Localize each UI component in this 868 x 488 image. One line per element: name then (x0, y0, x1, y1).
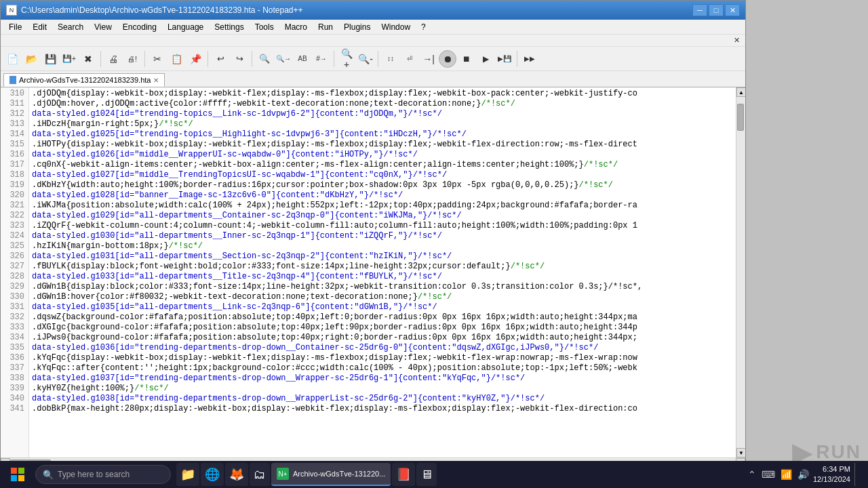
toolbar-paste[interactable]: 📌 (186, 50, 204, 68)
start-button[interactable] (3, 464, 33, 485)
taskbar-item-edge[interactable]: 🌐 (201, 463, 224, 486)
code-line: data-styled.g1029[id="all-departments__C… (32, 211, 733, 221)
toolbar-sync-scroll[interactable]: ↕↕ (382, 50, 399, 68)
toolbar-save-all[interactable]: 💾+ (60, 50, 78, 68)
code-content[interactable]: .djODQm{display:-webkit-box;display:-web… (29, 87, 736, 458)
taskbar-item-notepadpp[interactable]: N+ Archivo-wGdsTve-131220... (271, 463, 391, 486)
close-button[interactable]: ✕ (725, 4, 740, 16)
toolbar-print[interactable]: 🖨 (104, 50, 122, 68)
code-line: .djODQm{display:-webkit-box;display:-web… (32, 89, 733, 99)
toolbar-zoom-out[interactable]: 🔍- (357, 50, 374, 68)
line-number: 328 (3, 272, 24, 282)
scrollbar-down-button[interactable]: ▼ (736, 448, 745, 458)
line-number: 341 (3, 404, 24, 414)
toolbar-run-macro[interactable]: ▶▶ (521, 50, 538, 68)
taskbar-clock[interactable]: 6:34 PM 12/13/2024 (813, 464, 850, 485)
toolbar-open[interactable]: 📂 (22, 50, 40, 68)
toolbar-new[interactable]: 📄 (3, 50, 21, 68)
toolbar-find[interactable]: 🔍 (256, 50, 273, 68)
show-desktop-button[interactable] (854, 463, 860, 486)
tab-file-icon (9, 76, 16, 84)
menu-bar: File Edit Search View Encoding Language … (1, 20, 745, 35)
svg-rect-3 (18, 475, 24, 481)
code-line: .iJPws0{background-color:#fafafa;positio… (32, 333, 733, 343)
code-line: data-styled.g1033[id="all-departments__T… (32, 272, 733, 282)
toolbar-macro-save[interactable]: ▶💾 (496, 50, 513, 68)
toolbar-print-now[interactable]: 🖨! (123, 50, 141, 68)
taskbar-item-explorer[interactable]: 📁 (176, 463, 199, 486)
toolbar-indent[interactable]: →| (420, 50, 437, 68)
vertical-scrollbar[interactable]: ▲ ▼ (736, 87, 745, 458)
toolbar: 📄 📂 💾 💾+ ✖ 🖨 🖨! ✂ 📋 📌 ↩ ↪ 🔍 🔍→ AB #→ 🔍+ … (1, 47, 745, 71)
taskbar-item-extra1[interactable]: 🖥 (416, 463, 437, 486)
tray-volume-icon[interactable]: 🔊 (797, 469, 809, 480)
toolbar-macro-stop[interactable]: ⏹ (458, 50, 475, 68)
toolbar-word-wrap[interactable]: ⏎ (401, 50, 418, 68)
menu-settings[interactable]: Settings (209, 21, 249, 33)
taskbar-tray: ⌃ ⌨ 📶 🔊 6:34 PM 12/13/2024 (743, 463, 865, 486)
taskbar-items: 📁 🌐 🦊 🗂 N+ Archivo-wGdsTve-131220... 📕 🖥 (174, 463, 740, 486)
tray-keyboard-icon[interactable]: ⌨ (762, 469, 775, 480)
menu-search[interactable]: Search (52, 21, 89, 33)
code-line: data-styled.g1036[id="trending-departmen… (32, 343, 733, 353)
menu-encoding[interactable]: Encoding (117, 21, 162, 33)
taskbar: 🔍 Type here to search 📁 🌐 🦊 🗂 N+ Archivo… (0, 461, 868, 488)
active-tab[interactable]: Archivo-wGdsTve-13122024183239.hta ✕ (3, 73, 165, 87)
toolbar-macro-play[interactable]: ▶ (477, 50, 494, 68)
scrollbar-track[interactable] (736, 97, 745, 448)
toolbar-replace[interactable]: AB (294, 50, 311, 68)
menu-language[interactable]: Language (162, 21, 209, 33)
tab-close-button[interactable]: ✕ (153, 77, 159, 84)
taskbar-item-files[interactable]: 🗂 (250, 463, 270, 486)
taskbar-item-firefox[interactable]: 🦊 (225, 463, 248, 486)
line-number: 339 (3, 384, 24, 394)
code-line: .dKbHzY{width:auto;height:100%;border-ra… (32, 180, 733, 190)
toolbar-sep-5 (334, 51, 334, 67)
secondary-close-button[interactable]: ✕ (731, 36, 743, 45)
toolbar-close[interactable]: ✖ (79, 50, 97, 68)
edge-icon: 🌐 (205, 467, 220, 482)
menu-macro[interactable]: Macro (279, 21, 313, 33)
menu-view[interactable]: View (89, 21, 117, 33)
menu-window[interactable]: Window (376, 21, 416, 33)
code-line: .kYqFqc{display:-webkit-box;display:-web… (32, 353, 733, 363)
toolbar-copy[interactable]: 📋 (167, 50, 185, 68)
code-line: data-styled.g1024[id="trending-topics__L… (32, 109, 733, 119)
menu-help[interactable]: ? (416, 21, 431, 33)
menu-edit[interactable]: Edit (27, 21, 52, 33)
toolbar-sep-3 (208, 51, 208, 67)
toolbar-find-next[interactable]: 🔍→ (275, 50, 292, 68)
scrollbar-thumb[interactable] (737, 104, 744, 131)
menu-tools[interactable]: Tools (250, 21, 279, 33)
line-number: 338 (3, 373, 24, 384)
line-number: 330 (3, 292, 24, 302)
toolbar-sep-2 (144, 51, 145, 67)
taskbar-item-adobe[interactable]: 📕 (392, 463, 415, 486)
maximize-button[interactable]: □ (709, 4, 724, 16)
line-number: 320 (3, 190, 24, 201)
scrollbar-up-button[interactable]: ▲ (736, 87, 745, 97)
code-line: .dGWn1B{display:block;color:#333;font-si… (32, 282, 733, 292)
menu-file[interactable]: File (3, 21, 27, 33)
toolbar-zoom-in[interactable]: 🔍+ (338, 50, 355, 68)
toolbar-macro-rec[interactable]: ⏺ (439, 50, 456, 68)
menu-run[interactable]: Run (313, 21, 338, 33)
toolbar-sep-6 (378, 51, 378, 67)
toolbar-cut[interactable]: ✂ (149, 50, 166, 68)
taskbar-search-bar[interactable]: 🔍 Type here to search (35, 465, 171, 484)
minimize-button[interactable]: ─ (692, 4, 707, 16)
tray-network-icon[interactable]: 📶 (781, 469, 792, 480)
toolbar-sep-7 (517, 51, 517, 67)
windows-icon (11, 468, 24, 481)
toolbar-goto[interactable]: #→ (313, 50, 330, 68)
menu-plugins[interactable]: Plugins (338, 21, 376, 33)
code-line: data-styled.g1030[id="all-departments__I… (32, 231, 733, 241)
code-line: data-styled.g1027[id="middle__TrendingTo… (32, 170, 733, 180)
toolbar-redo[interactable]: ↪ (231, 50, 248, 68)
watermark-text: RUN (816, 441, 861, 463)
tray-up-arrow[interactable]: ⌃ (748, 469, 756, 480)
toolbar-undo[interactable]: ↩ (212, 50, 229, 68)
window-title: C:\Users\admin\Desktop\Archivo-wGdsTve-1… (21, 5, 303, 15)
tab-label: Archivo-wGdsTve-13122024183239.hta (19, 76, 151, 84)
toolbar-save[interactable]: 💾 (41, 50, 59, 68)
